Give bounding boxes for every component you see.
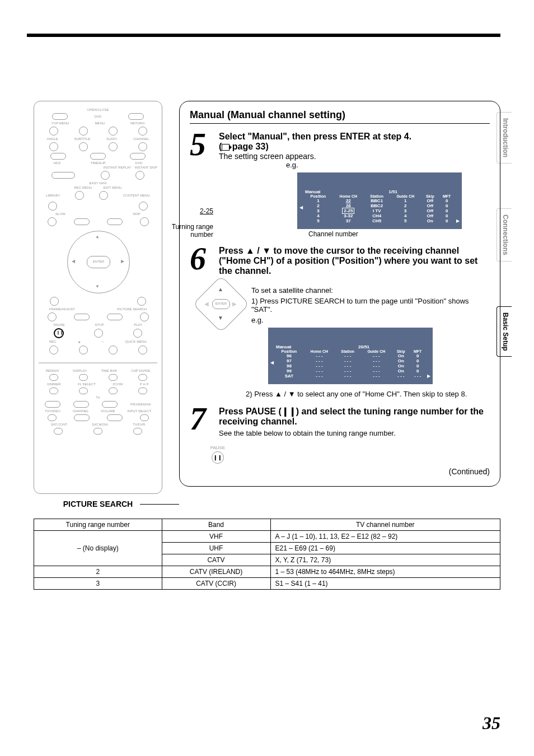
panel-title: Manual (Manual channel setting) [190, 109, 490, 124]
sat-step-1: 1) Press PICTURE SEARCH to turn the page… [251, 297, 490, 314]
step6-heading: Press ▲ / ▼ to move the cursor to the re… [219, 246, 490, 276]
page: Introduction Connections Basic Setup OPE… [0, 0, 534, 756]
osd-screen-2: ◀ ▶ Manual20/51 PositionHome CH StationG… [268, 328, 433, 384]
continued-label: (Continued) [190, 467, 490, 476]
remote-dpad: ▲ ▼ ◀ ▶ ENTER [67, 231, 129, 292]
eg-label: e.g. [286, 161, 490, 169]
th-band: Band [162, 519, 270, 531]
step7-heading: Press PAUSE (❙❙) and select the tuning r… [219, 406, 490, 427]
header-bar [27, 34, 500, 37]
osd-right-arrow-icon-2: ▶ [427, 374, 430, 379]
remote-enter-button: ENTER [87, 256, 110, 268]
th-tuning-range: Tuning range number [34, 519, 162, 531]
step5-sub: The setting screen appears. [219, 152, 490, 161]
eg-label-2: e.g. [251, 316, 490, 324]
step-5: 5 Select "Manual", then press ENTER at s… [190, 132, 490, 232]
step-number-6: 6 [190, 246, 214, 276]
turning-range-label: Turning range number [163, 223, 213, 239]
step5-heading: Select "Manual", then press ENTER at ste… [219, 132, 490, 152]
osd-right-arrow-icon: ▶ [456, 218, 460, 223]
page-number: 35 [483, 713, 500, 734]
sat-intro: To set a satellite channel: [251, 286, 490, 295]
cell-no-display: – (No display) [34, 531, 162, 566]
step-6: 6 Press ▲ / ▼ to move the cursor to the … [190, 246, 490, 276]
channel-number-label: Channel number [308, 230, 358, 238]
pause-button-icon: PAUSE ❙❙ [207, 445, 229, 464]
step-7: 7 Press PAUSE (❙❙) and select the tuning… [190, 406, 490, 437]
osd-screen-1: ◀ ▶ Manual1/51 PositionHome CH StationGu… [297, 172, 462, 229]
step-number-5: 5 [190, 132, 214, 232]
th-tv-channel: TV channel number [270, 519, 500, 531]
remote-illustration: OPEN/CLOSE DVD TOP MENUMENURETURN ANGLES… [34, 101, 162, 494]
tuning-range-table: Tuning range number Band TV channel numb… [34, 519, 500, 590]
remote-pause-button: ❙❙ [54, 328, 64, 338]
sat-step-2: 2) Press ▲ / ▼ to select any one of "Hom… [246, 390, 490, 398]
osd-left-arrow-icon: ◀ [299, 205, 303, 210]
ref-arrow-icon [222, 144, 229, 151]
step-number-7: 7 [190, 406, 214, 437]
remote-column: OPEN/CLOSE DVD TOP MENUMENURETURN ANGLES… [34, 101, 162, 508]
turning-range-value: 2-25 [163, 207, 213, 215]
instruction-panel: Manual (Manual channel setting) 5 Select… [179, 101, 500, 487]
picture-search-callout: PICTURE SEARCH [34, 500, 162, 508]
osd-left-arrow-icon-2: ◀ [270, 360, 274, 365]
step7-sub: See the table below to obtain the tuning… [219, 429, 490, 437]
dpad-icon: ▲ ▼ ◀ ▶ ENTER [201, 284, 240, 323]
